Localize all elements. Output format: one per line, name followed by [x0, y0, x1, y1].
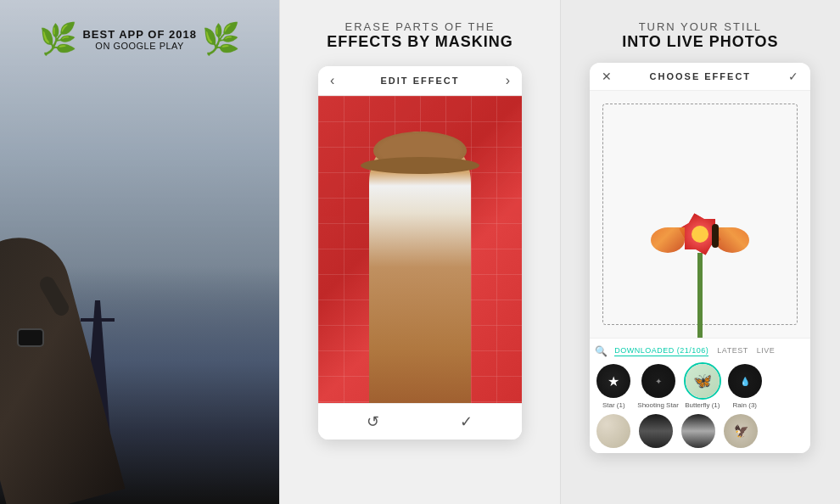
- star-thumb-visual: ★: [596, 364, 630, 398]
- effect-thumb-sm2[interactable]: [637, 412, 675, 450]
- rain-thumb-visual: 💧: [728, 364, 762, 398]
- sm3-thumb-visual: [681, 414, 715, 448]
- butterfly-body: [712, 224, 719, 248]
- effects-search-row: 🔍 DOWNLOADED (21/106) LATEST LIVE: [595, 345, 805, 357]
- effect-label-rain: Rain (3): [733, 401, 757, 409]
- tab-latest[interactable]: LATEST: [717, 346, 748, 356]
- tab-live[interactable]: LIVE: [757, 346, 776, 356]
- reset-icon[interactable]: ↺: [367, 412, 379, 431]
- effect-thumb-rain[interactable]: 💧: [726, 362, 764, 400]
- sm2-thumb-visual: [639, 414, 673, 448]
- watch-icon: [17, 328, 44, 347]
- panel-3-subtitle: TURN YOUR STILL: [622, 20, 778, 33]
- shooting-thumb-visual: ✦: [641, 364, 675, 398]
- panel-masking: ERASE PARTS OF THE EFFECTS BY MASKING ‹ …: [280, 0, 559, 504]
- badge-sub-label: ON GOOGLE PLAY: [82, 41, 197, 51]
- choose-effect-label: CHOOSE EFFECT: [650, 71, 752, 81]
- confirm-button[interactable]: ✓: [788, 70, 798, 83]
- laurel-row: 🌿 BEST APP OF 2018 ON GOOGLE PLAY 🌿: [39, 24, 240, 54]
- live-photo-area: [590, 91, 810, 338]
- close-button[interactable]: ✕: [602, 70, 612, 83]
- panel-live-photos: TURN YOUR STILL INTO LIVE PHOTOS ✕ CHOOS…: [561, 0, 840, 504]
- badge-best-label: BEST APP OF 2018: [82, 28, 197, 41]
- laurel-right-icon: 🌿: [202, 24, 240, 54]
- tower-arm: [81, 318, 115, 322]
- effect-butterfly[interactable]: 🦋 Butterfly (1): [684, 362, 721, 409]
- phone-mockup-live: ✕ CHOOSE EFFECT ✓ 🔍: [590, 63, 810, 453]
- effect-thumb-butterfly[interactable]: 🦋: [684, 362, 721, 400]
- effect-thumb-sm4[interactable]: 🦅: [722, 412, 759, 450]
- laurel-left-icon: 🌿: [39, 24, 77, 54]
- butterfly-wing-left: [651, 227, 685, 253]
- effect-thumb-sm1[interactable]: [595, 412, 632, 450]
- effect-shooting-star[interactable]: ✦ Shooting Star: [637, 362, 678, 409]
- phone-mockup-masking: ‹ EDIT EFFECT › ↺ ✓: [318, 66, 522, 440]
- butterfly-wing-right: [715, 227, 749, 253]
- flower-center: [692, 226, 708, 243]
- effects-panel: 🔍 DOWNLOADED (21/106) LATEST LIVE ★ Star…: [590, 338, 810, 453]
- effect-label-shooting: Shooting Star: [637, 401, 678, 409]
- panel-2-subtitle: ERASE PARTS OF THE: [327, 20, 513, 33]
- person-silhouette: [369, 132, 471, 403]
- effects-grid-row2: 🦅: [595, 412, 805, 450]
- search-icon[interactable]: 🔍: [595, 345, 608, 357]
- panel-3-header: TURN YOUR STILL INTO LIVE PHOTOS: [622, 20, 778, 51]
- effect-label-star: Star (1): [602, 401, 625, 409]
- effects-tabs[interactable]: DOWNLOADED (21/106) LATEST LIVE: [614, 346, 775, 356]
- panel-3-title: INTO LIVE PHOTOS: [622, 33, 778, 51]
- sm4-thumb-visual: 🦅: [724, 414, 758, 448]
- hat-brim: [361, 157, 479, 174]
- confirm-icon[interactable]: ✓: [460, 412, 473, 431]
- panel-2-header: ERASE PARTS OF THE EFFECTS BY MASKING: [327, 20, 513, 51]
- phone-toolbar-edit[interactable]: ‹ EDIT EFFECT ›: [318, 66, 522, 96]
- effect-thumb-sm3[interactable]: [680, 412, 717, 450]
- panel-best-app: 🌿 BEST APP OF 2018 ON GOOGLE PLAY 🌿: [0, 0, 279, 504]
- sm1-thumb-visual: [596, 414, 630, 448]
- effect-thumb-star[interactable]: ★: [595, 362, 632, 400]
- effects-grid-row1: ★ Star (1) ✦ Shooting Star 🦋 Butterfly (…: [595, 362, 805, 409]
- panel-2-title: EFFECTS BY MASKING: [327, 33, 513, 51]
- panel-1-scene: [0, 148, 279, 504]
- edit-effect-label: EDIT EFFECT: [381, 76, 460, 86]
- award-badge: 🌿 BEST APP OF 2018 ON GOOGLE PLAY 🌿: [39, 24, 240, 54]
- butterfly-thumb-visual: 🦋: [686, 364, 720, 398]
- phone-bottom-bar[interactable]: ↺ ✓: [318, 403, 522, 440]
- effect-rain[interactable]: 💧 Rain (3): [726, 362, 764, 409]
- effect-thumb-shooting[interactable]: ✦: [640, 362, 677, 400]
- effect-star[interactable]: ★ Star (1): [595, 362, 632, 409]
- effect-label-butterfly: Butterfly (1): [685, 401, 720, 409]
- badge-text: BEST APP OF 2018 ON GOOGLE PLAY: [82, 28, 197, 51]
- edit-photo-area: [318, 96, 522, 403]
- arrow-left-button[interactable]: ‹: [330, 73, 334, 88]
- arrow-right-button[interactable]: ›: [506, 73, 510, 88]
- choose-effect-toolbar[interactable]: ✕ CHOOSE EFFECT ✓: [590, 63, 810, 91]
- tab-downloaded[interactable]: DOWNLOADED (21/106): [614, 346, 708, 356]
